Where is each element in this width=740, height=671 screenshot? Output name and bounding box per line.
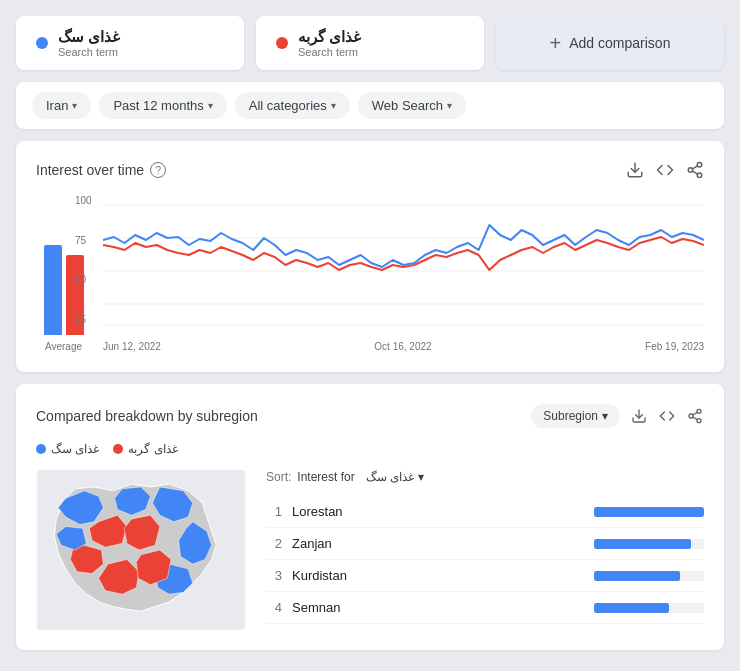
term2-name: غذای گربه xyxy=(298,28,361,46)
breakdown-controls: Subregion ▾ xyxy=(531,404,704,428)
sort-chevron-icon: ▾ xyxy=(418,470,424,484)
filters-row: Iran ▾ Past 12 months ▾ All categories ▾… xyxy=(16,82,724,129)
legend-item-1: غذای سگ xyxy=(36,442,99,456)
ranking-bar-fill-2 xyxy=(594,539,691,549)
section-title: Interest over time ? xyxy=(36,162,166,178)
iran-map xyxy=(36,470,246,630)
ranking-name-1: Lorestan xyxy=(292,504,584,519)
legend-dot-2 xyxy=(113,444,123,454)
chart-container: Average 100 75 50 25 xyxy=(36,195,704,352)
line-chart-area: 100 75 50 25 xyxy=(103,195,704,352)
section-header: Interest over time ? xyxy=(36,161,704,179)
legend-item-2: غذای گربه xyxy=(113,442,177,456)
filter-time-label: Past 12 months xyxy=(113,98,203,113)
chart-x-labels: Jun 12, 2022 Oct 16, 2022 Feb 19, 2023 xyxy=(103,341,704,352)
filter-search-type-label: Web Search xyxy=(372,98,443,113)
ranking-item-3: 3 Kurdistan xyxy=(266,560,704,592)
ranking-num-2: 2 xyxy=(266,536,282,551)
svg-line-16 xyxy=(693,412,698,415)
breakdown-download-icon[interactable] xyxy=(630,407,648,425)
code-icon[interactable] xyxy=(656,161,674,179)
term1-label: Search term xyxy=(58,46,120,58)
breakdown-content: Sort: Interest for غذای سگ ▾ 1 Lorestan xyxy=(36,470,704,630)
sort-link[interactable]: Interest for غذای سگ ▾ xyxy=(297,470,424,484)
ranking-item-4: 4 Semnan xyxy=(266,592,704,624)
ranking-bar-fill-4 xyxy=(594,603,669,613)
x-label-2: Oct 16, 2022 xyxy=(374,341,431,352)
term1-dot xyxy=(36,37,48,49)
ranking-bar-fill-3 xyxy=(594,571,680,581)
legend-label-2: غذای گربه xyxy=(128,442,177,456)
line-chart-svg xyxy=(103,195,704,335)
term1-name: غذای سگ xyxy=(58,28,120,46)
ranking-bar-3 xyxy=(594,571,704,581)
subregion-label: Subregion xyxy=(543,409,598,423)
term2-label: Search term xyxy=(298,46,361,58)
bar-blue xyxy=(44,245,62,335)
breakdown-code-icon[interactable] xyxy=(658,407,676,425)
page-container: غذای سگ Search term غذای گربه Search ter… xyxy=(0,0,740,666)
legend-label-1: غذای سگ xyxy=(51,442,99,456)
map-svg xyxy=(36,470,246,630)
ranking-name-3: Kurdistan xyxy=(292,568,584,583)
breakdown-section: Compared breakdown by subregion Subregio… xyxy=(16,384,724,650)
ranking-bar-1 xyxy=(594,507,704,517)
search-term-card-2: غذای گربه Search term xyxy=(256,16,484,70)
legend-dot-1 xyxy=(36,444,46,454)
interest-over-time-section: Interest over time ? xyxy=(16,141,724,372)
term2-info: غذای گربه Search term xyxy=(298,28,361,58)
ranking-num-1: 1 xyxy=(266,504,282,519)
sort-for-label: Interest for xyxy=(297,470,354,484)
subregion-button[interactable]: Subregion ▾ xyxy=(531,404,620,428)
x-label-1: Jun 12, 2022 xyxy=(103,341,161,352)
ranking-name-4: Semnan xyxy=(292,600,584,615)
ranking-num-4: 4 xyxy=(266,600,282,615)
filter-country[interactable]: Iran ▾ xyxy=(32,92,91,119)
ranking-item-1: 1 Lorestan xyxy=(266,496,704,528)
filter-search-type[interactable]: Web Search ▾ xyxy=(358,92,466,119)
chevron-down-icon: ▾ xyxy=(72,100,77,111)
chevron-down-icon: ▾ xyxy=(602,409,608,423)
filter-category-label: All categories xyxy=(249,98,327,113)
plus-icon: + xyxy=(550,32,562,55)
add-comparison-label: Add comparison xyxy=(569,35,670,51)
help-icon[interactable]: ? xyxy=(150,162,166,178)
breakdown-share-icon[interactable] xyxy=(686,407,704,425)
interest-title-text: Interest over time xyxy=(36,162,144,178)
y-label-50: 50 xyxy=(75,274,92,285)
x-label-3: Feb 19, 2023 xyxy=(645,341,704,352)
search-term-card-1: غذای سگ Search term xyxy=(16,16,244,70)
chevron-down-icon: ▾ xyxy=(208,100,213,111)
svg-line-4 xyxy=(692,171,697,174)
ranking-item-2: 2 Zanjan xyxy=(266,528,704,560)
term2-dot xyxy=(276,37,288,49)
ranking-num-3: 3 xyxy=(266,568,282,583)
share-icon[interactable] xyxy=(686,161,704,179)
sort-label: Sort: xyxy=(266,470,291,484)
filter-time[interactable]: Past 12 months ▾ xyxy=(99,92,226,119)
section-actions xyxy=(626,161,704,179)
breakdown-header: Compared breakdown by subregion Subregio… xyxy=(36,404,704,428)
y-label-75: 75 xyxy=(75,235,92,246)
svg-line-5 xyxy=(692,166,697,169)
filter-category[interactable]: All categories ▾ xyxy=(235,92,350,119)
sort-term: غذای سگ xyxy=(366,470,414,484)
y-label-25: 25 xyxy=(75,314,92,325)
rankings-container: Sort: Interest for غذای سگ ▾ 1 Lorestan xyxy=(266,470,704,630)
ranking-bar-2 xyxy=(594,539,704,549)
chevron-down-icon: ▾ xyxy=(447,100,452,111)
filter-country-label: Iran xyxy=(46,98,68,113)
search-terms-row: غذای سگ Search term غذای گربه Search ter… xyxy=(16,16,724,70)
ranking-bar-fill-1 xyxy=(594,507,704,517)
add-comparison-button[interactable]: + Add comparison xyxy=(496,16,724,70)
y-label-100: 100 xyxy=(75,195,92,206)
svg-line-15 xyxy=(693,417,698,420)
download-icon[interactable] xyxy=(626,161,644,179)
ranking-bar-4 xyxy=(594,603,704,613)
term1-info: غذای سگ Search term xyxy=(58,28,120,58)
legend-row: غذای سگ غذای گربه xyxy=(36,442,704,456)
breakdown-title: Compared breakdown by subregion xyxy=(36,408,258,424)
ranking-name-2: Zanjan xyxy=(292,536,584,551)
y-axis: 100 75 50 25 xyxy=(75,195,92,325)
sort-row: Sort: Interest for غذای سگ ▾ xyxy=(266,470,704,484)
